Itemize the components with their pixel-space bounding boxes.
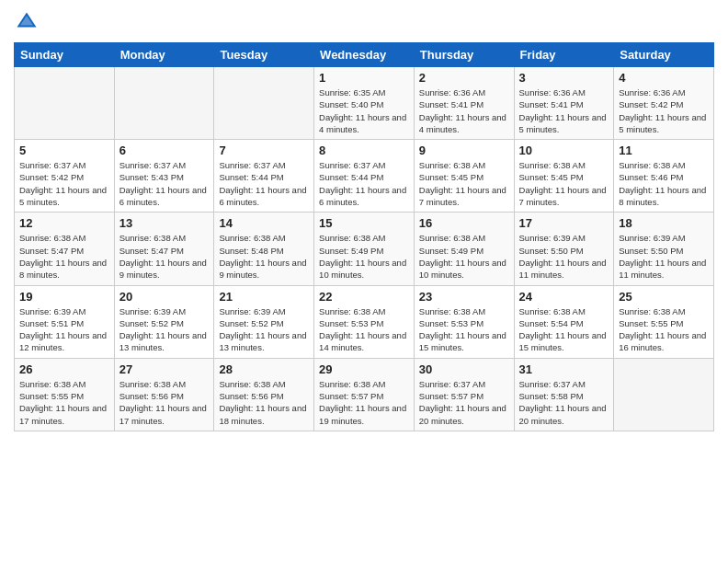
day-info: Sunrise: 6:39 AM Sunset: 5:50 PM Dayligh…: [519, 232, 609, 281]
weekday-header-row: SundayMondayTuesdayWednesdayThursdayFrid…: [15, 43, 714, 67]
day-number: 20: [119, 290, 210, 304]
weekday-header-monday: Monday: [114, 43, 214, 67]
calendar-cell: 2Sunrise: 6:36 AM Sunset: 5:41 PM Daylig…: [414, 67, 514, 140]
calendar-cell: 21Sunrise: 6:39 AM Sunset: 5:52 PM Dayli…: [214, 285, 314, 358]
day-info: Sunrise: 6:38 AM Sunset: 5:55 PM Dayligh…: [19, 378, 109, 427]
weekday-header-tuesday: Tuesday: [214, 43, 314, 67]
calendar-cell: 31Sunrise: 6:37 AM Sunset: 5:58 PM Dayli…: [514, 358, 614, 431]
calendar-cell: [15, 67, 115, 140]
day-info: Sunrise: 6:38 AM Sunset: 5:48 PM Dayligh…: [219, 232, 309, 281]
day-number: 30: [419, 362, 509, 376]
day-info: Sunrise: 6:37 AM Sunset: 5:58 PM Dayligh…: [519, 378, 609, 427]
day-number: 29: [319, 362, 409, 376]
page: SundayMondayTuesdayWednesdayThursdayFrid…: [0, 0, 728, 563]
day-number: 7: [219, 144, 309, 157]
day-info: Sunrise: 6:38 AM Sunset: 5:54 PM Dayligh…: [519, 305, 609, 354]
day-info: Sunrise: 6:38 AM Sunset: 5:55 PM Dayligh…: [619, 305, 709, 354]
calendar-cell: 27Sunrise: 6:38 AM Sunset: 5:56 PM Dayli…: [114, 358, 214, 431]
day-info: Sunrise: 6:38 AM Sunset: 5:47 PM Dayligh…: [19, 232, 109, 281]
calendar-cell: 28Sunrise: 6:38 AM Sunset: 5:56 PM Dayli…: [214, 358, 314, 431]
day-info: Sunrise: 6:38 AM Sunset: 5:57 PM Dayligh…: [319, 378, 409, 427]
day-number: 9: [419, 144, 509, 157]
day-info: Sunrise: 6:37 AM Sunset: 5:43 PM Dayligh…: [119, 159, 210, 208]
calendar-week-4: 19Sunrise: 6:39 AM Sunset: 5:51 PM Dayli…: [15, 285, 714, 358]
weekday-header-friday: Friday: [514, 43, 614, 67]
calendar-cell: 1Sunrise: 6:35 AM Sunset: 5:40 PM Daylig…: [314, 67, 415, 140]
calendar-cell: 16Sunrise: 6:38 AM Sunset: 5:49 PM Dayli…: [414, 213, 514, 285]
day-info: Sunrise: 6:38 AM Sunset: 5:45 PM Dayligh…: [519, 159, 609, 208]
day-info: Sunrise: 6:37 AM Sunset: 5:44 PM Dayligh…: [319, 159, 409, 208]
day-info: Sunrise: 6:35 AM Sunset: 5:40 PM Dayligh…: [319, 86, 409, 135]
day-info: Sunrise: 6:38 AM Sunset: 5:53 PM Dayligh…: [319, 305, 409, 354]
calendar-cell: 19Sunrise: 6:39 AM Sunset: 5:51 PM Dayli…: [15, 285, 115, 358]
logo-icon: [14, 9, 40, 35]
header: [14, 9, 714, 35]
day-info: Sunrise: 6:39 AM Sunset: 5:51 PM Dayligh…: [19, 305, 109, 354]
calendar-cell: 8Sunrise: 6:37 AM Sunset: 5:44 PM Daylig…: [314, 140, 415, 213]
day-info: Sunrise: 6:37 AM Sunset: 5:57 PM Dayligh…: [419, 378, 509, 427]
calendar-cell: 9Sunrise: 6:38 AM Sunset: 5:45 PM Daylig…: [414, 140, 514, 213]
day-number: 3: [519, 71, 609, 85]
day-number: 23: [419, 290, 509, 304]
day-info: Sunrise: 6:37 AM Sunset: 5:42 PM Dayligh…: [19, 159, 109, 208]
day-number: 8: [319, 144, 409, 157]
day-info: Sunrise: 6:38 AM Sunset: 5:56 PM Dayligh…: [219, 378, 309, 427]
calendar-cell: 11Sunrise: 6:38 AM Sunset: 5:46 PM Dayli…: [614, 140, 714, 213]
day-number: 28: [219, 362, 309, 376]
calendar-cell: 25Sunrise: 6:38 AM Sunset: 5:55 PM Dayli…: [614, 285, 714, 358]
calendar-week-3: 12Sunrise: 6:38 AM Sunset: 5:47 PM Dayli…: [15, 213, 714, 285]
day-number: 16: [419, 216, 509, 230]
day-number: 19: [19, 290, 109, 304]
calendar-cell: 14Sunrise: 6:38 AM Sunset: 5:48 PM Dayli…: [214, 213, 314, 285]
day-number: 15: [319, 216, 409, 230]
day-info: Sunrise: 6:39 AM Sunset: 5:52 PM Dayligh…: [119, 305, 210, 354]
day-number: 2: [419, 71, 509, 85]
calendar-cell: [614, 358, 714, 431]
day-number: 10: [519, 144, 609, 157]
day-number: 17: [519, 216, 609, 230]
day-info: Sunrise: 6:38 AM Sunset: 5:56 PM Dayligh…: [119, 378, 210, 427]
calendar-table: SundayMondayTuesdayWednesdayThursdayFrid…: [14, 42, 714, 431]
day-info: Sunrise: 6:39 AM Sunset: 5:50 PM Dayligh…: [619, 232, 709, 281]
day-number: 1: [319, 71, 409, 85]
day-info: Sunrise: 6:36 AM Sunset: 5:42 PM Dayligh…: [619, 86, 709, 135]
calendar-cell: [214, 67, 314, 140]
day-number: 5: [19, 144, 109, 157]
day-info: Sunrise: 6:38 AM Sunset: 5:46 PM Dayligh…: [619, 159, 709, 208]
day-number: 18: [619, 216, 709, 230]
calendar-cell: 17Sunrise: 6:39 AM Sunset: 5:50 PM Dayli…: [514, 213, 614, 285]
day-number: 13: [119, 216, 210, 230]
calendar-cell: 22Sunrise: 6:38 AM Sunset: 5:53 PM Dayli…: [314, 285, 415, 358]
weekday-header-sunday: Sunday: [15, 43, 115, 67]
weekday-header-saturday: Saturday: [614, 43, 714, 67]
day-info: Sunrise: 6:39 AM Sunset: 5:52 PM Dayligh…: [219, 305, 309, 354]
day-number: 24: [519, 290, 609, 304]
calendar-cell: 18Sunrise: 6:39 AM Sunset: 5:50 PM Dayli…: [614, 213, 714, 285]
calendar-week-5: 26Sunrise: 6:38 AM Sunset: 5:55 PM Dayli…: [15, 358, 714, 431]
day-info: Sunrise: 6:38 AM Sunset: 5:49 PM Dayligh…: [419, 232, 509, 281]
calendar-cell: 13Sunrise: 6:38 AM Sunset: 5:47 PM Dayli…: [114, 213, 214, 285]
calendar-cell: 10Sunrise: 6:38 AM Sunset: 5:45 PM Dayli…: [514, 140, 614, 213]
day-number: 25: [619, 290, 709, 304]
day-number: 21: [219, 290, 309, 304]
day-number: 11: [619, 144, 709, 157]
calendar-cell: 5Sunrise: 6:37 AM Sunset: 5:42 PM Daylig…: [15, 140, 115, 213]
day-info: Sunrise: 6:36 AM Sunset: 5:41 PM Dayligh…: [419, 86, 509, 135]
day-number: 26: [19, 362, 109, 376]
calendar-cell: 23Sunrise: 6:38 AM Sunset: 5:53 PM Dayli…: [414, 285, 514, 358]
day-number: 22: [319, 290, 409, 304]
day-number: 27: [119, 362, 210, 376]
day-number: 12: [19, 216, 109, 230]
day-number: 31: [519, 362, 609, 376]
weekday-header-thursday: Thursday: [414, 43, 514, 67]
calendar-cell: 20Sunrise: 6:39 AM Sunset: 5:52 PM Dayli…: [114, 285, 214, 358]
calendar-cell: 29Sunrise: 6:38 AM Sunset: 5:57 PM Dayli…: [314, 358, 415, 431]
day-info: Sunrise: 6:38 AM Sunset: 5:49 PM Dayligh…: [319, 232, 409, 281]
day-number: 14: [219, 216, 309, 230]
calendar-cell: 24Sunrise: 6:38 AM Sunset: 5:54 PM Dayli…: [514, 285, 614, 358]
day-info: Sunrise: 6:38 AM Sunset: 5:47 PM Dayligh…: [119, 232, 210, 281]
day-info: Sunrise: 6:37 AM Sunset: 5:44 PM Dayligh…: [219, 159, 309, 208]
calendar-cell: 12Sunrise: 6:38 AM Sunset: 5:47 PM Dayli…: [15, 213, 115, 285]
weekday-header-wednesday: Wednesday: [314, 43, 415, 67]
calendar-cell: 7Sunrise: 6:37 AM Sunset: 5:44 PM Daylig…: [214, 140, 314, 213]
